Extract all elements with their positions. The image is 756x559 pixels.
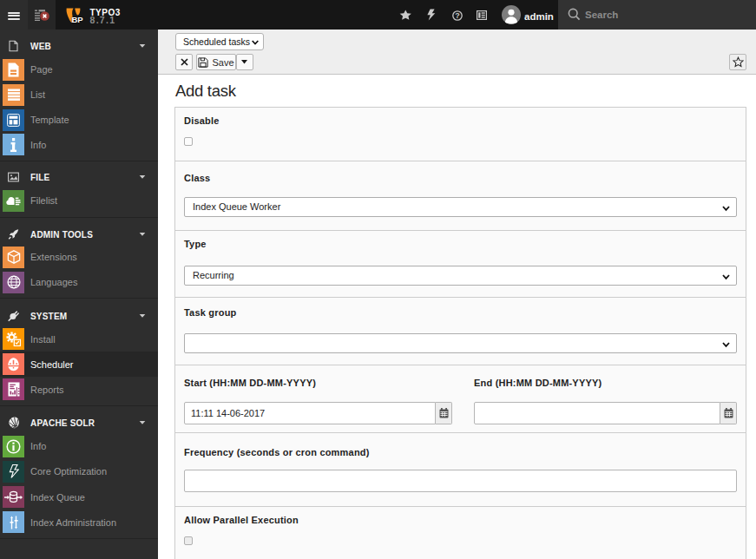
svg-text:?: ? — [455, 11, 460, 20]
